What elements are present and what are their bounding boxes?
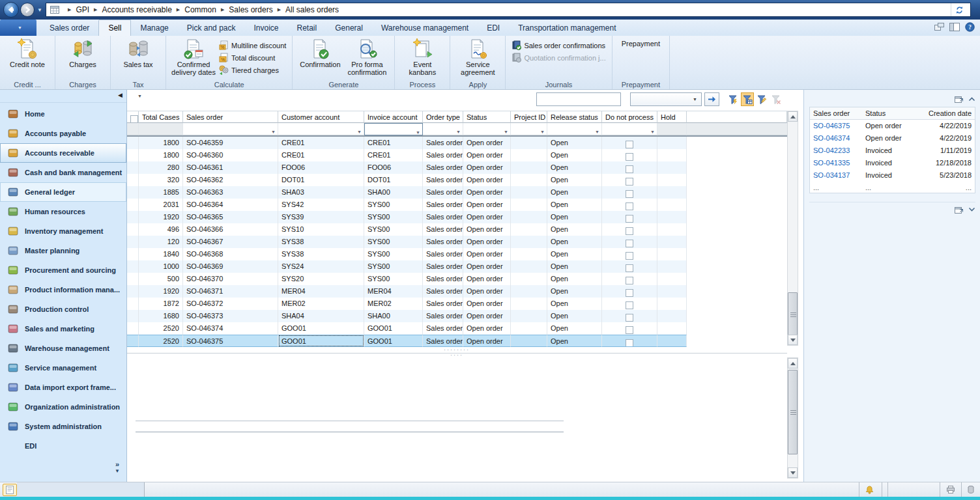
release-status-cell[interactable]: Open	[547, 199, 602, 211]
filter-dropdown-icon[interactable]: ▼	[357, 126, 362, 135]
row-select-cell[interactable]	[127, 310, 139, 322]
ribbon-button-confirmation[interactable]: Confirmation	[296, 38, 343, 68]
release-status-cell[interactable]: Open	[547, 211, 602, 223]
do-not-process-checkbox[interactable]	[626, 215, 633, 223]
column-header-total-cases[interactable]: Total Cases	[139, 111, 183, 123]
sidebar-item-edi[interactable]: EDI	[0, 436, 126, 456]
total-cases-cell[interactable]: 1840	[139, 248, 183, 260]
sales-order-row[interactable]: 1840SO-046368SYS38SYS00Sales orderOpen o…	[127, 248, 787, 260]
tab-sell[interactable]: Sell	[98, 20, 131, 36]
total-cases-cell[interactable]: 1800	[139, 137, 183, 149]
customer-account-cell[interactable]: SYS38	[278, 248, 364, 260]
release-status-cell[interactable]: Open	[547, 161, 602, 174]
invoice-account-cell[interactable]: SHA00	[364, 310, 423, 322]
sales-order-cell[interactable]: SO-046363	[183, 186, 278, 199]
status-cell[interactable]: Open order	[463, 248, 511, 260]
do-not-process-cell[interactable]	[602, 335, 657, 347]
forward-button[interactable]	[20, 3, 35, 17]
sales-order-row[interactable]: 1920SO-046371MER04MER04Sales orderOpen o…	[127, 285, 787, 298]
status-cell[interactable]: Open order	[463, 236, 511, 248]
sales-order-link[interactable]: SO-046375	[810, 120, 862, 132]
related-information-header[interactable]	[809, 202, 975, 215]
total-cases-cell[interactable]: 2520	[139, 335, 183, 347]
column-header-release-status[interactable]: Release status	[547, 111, 602, 123]
ribbon-button-sales-order-confirmations[interactable]: Sales order confirmations	[510, 39, 607, 51]
invoice-account-cell[interactable]: SHA00	[364, 186, 423, 199]
scroll-up-button[interactable]	[788, 111, 798, 122]
sales-order-cell[interactable]: SO-046375	[183, 335, 278, 347]
invoice-account-cell[interactable]: SYS00	[364, 236, 423, 248]
total-cases-cell[interactable]: 2031	[139, 199, 183, 211]
do-not-process-cell[interactable]	[602, 310, 657, 322]
sidebar-item-organization-administration[interactable]: Organization administration	[0, 397, 126, 417]
row-select-cell[interactable]	[127, 236, 139, 248]
row-select-cell[interactable]	[127, 186, 139, 199]
release-status-cell[interactable]: Open	[547, 186, 602, 199]
project-id-cell[interactable]	[511, 211, 547, 223]
do-not-process-checkbox[interactable]	[626, 301, 633, 309]
tab-general[interactable]: General	[326, 20, 372, 36]
invoice-account-cell[interactable]: SYS00	[364, 199, 423, 211]
hold-cell[interactable]	[657, 223, 687, 236]
row-select-cell[interactable]	[127, 199, 139, 211]
latest-order-row[interactable]: SO-046374Open order4/22/2019	[810, 132, 975, 145]
expand-factbox-icon[interactable]	[968, 207, 975, 212]
release-status-cell[interactable]: Open	[547, 174, 602, 186]
project-id-cell[interactable]	[511, 248, 547, 260]
project-id-cell[interactable]	[511, 285, 547, 298]
sales-order-link[interactable]: SO-034137	[810, 169, 862, 182]
refresh-button[interactable]	[951, 3, 968, 16]
release-status-cell[interactable]: Open	[547, 322, 602, 335]
filter-cell-order-type[interactable]: ▼	[423, 123, 463, 135]
release-status-cell[interactable]: Open	[547, 260, 602, 273]
latest-order-row[interactable]: SO-034137Invoiced5/23/2018	[810, 169, 975, 182]
order-type-cell[interactable]: Sales order	[423, 174, 463, 186]
ribbon-button-quotation-confirmation-j...[interactable]: Quotation confirmation j...	[510, 51, 607, 64]
sidebar-item-product-information-mana-[interactable]: Product information mana...	[0, 280, 126, 299]
project-id-cell[interactable]	[511, 273, 547, 285]
sales-order-link[interactable]: SO-046374	[810, 132, 862, 145]
row-select-cell[interactable]	[127, 161, 139, 174]
do-not-process-cell[interactable]	[602, 273, 657, 285]
filter-cell-status[interactable]: ▼	[463, 123, 511, 135]
project-id-cell[interactable]	[511, 322, 547, 335]
do-not-process-checkbox[interactable]	[626, 165, 633, 173]
filter-cell-invoice-account[interactable]: ▼	[364, 123, 423, 135]
invoice-account-cell[interactable]: GOO01	[364, 335, 423, 347]
customer-account-cell[interactable]: SYS38	[278, 236, 364, 248]
print-button[interactable]	[940, 482, 961, 497]
factbox-column-sales-order[interactable]: Sales order	[810, 107, 862, 119]
filter-cell-customer-account[interactable]: ▼	[278, 123, 364, 135]
hold-cell[interactable]	[657, 310, 687, 322]
project-id-cell[interactable]	[511, 223, 547, 236]
customer-account-cell[interactable]: SHA04	[278, 310, 364, 322]
order-type-cell[interactable]: Sales order	[423, 211, 463, 223]
filter-cell-sales-order[interactable]: ▼	[183, 123, 278, 135]
do-not-process-checkbox[interactable]	[626, 178, 633, 186]
ribbon-button-tiered-charges[interactable]: Tiered charges	[217, 64, 288, 76]
row-select-cell[interactable]	[127, 149, 139, 161]
sidebar-item-general-ledger[interactable]: General ledger	[0, 182, 126, 202]
total-cases-cell[interactable]: 500	[139, 273, 183, 285]
column-header-select[interactable]	[127, 111, 139, 123]
total-cases-cell[interactable]: 1800	[139, 149, 183, 161]
advanced-filter-button[interactable]	[755, 92, 768, 106]
total-cases-cell[interactable]: 1920	[139, 285, 183, 298]
do-not-process-checkbox[interactable]	[626, 339, 633, 347]
latest-order-row[interactable]: SO-046375Open order4/22/2019	[810, 120, 975, 132]
sales-order-row[interactable]: 2520SO-046375GOO01GOO01Sales orderOpen o…	[127, 335, 787, 347]
sales-order-row[interactable]: 500SO-046370SYS20SYS00Sales orderOpen or…	[127, 273, 787, 285]
ribbon-button-charges[interactable]: Charges	[59, 38, 106, 68]
status-cell[interactable]: Open order	[463, 149, 511, 161]
filter-dropdown-icon[interactable]: ▼	[416, 127, 420, 135]
breadcrumb-item[interactable]: Common	[184, 5, 216, 14]
project-id-cell[interactable]	[511, 236, 547, 248]
breadcrumb-item[interactable]: Sales orders	[229, 5, 272, 14]
sales-order-cell[interactable]: SO-046365	[183, 211, 278, 223]
project-id-cell[interactable]	[511, 149, 547, 161]
sales-order-cell[interactable]: SO-046361	[183, 161, 278, 174]
do-not-process-cell[interactable]	[602, 260, 657, 273]
grid-scrollbar[interactable]	[787, 111, 798, 346]
total-cases-cell[interactable]: 496	[139, 223, 183, 236]
order-type-cell[interactable]: Sales order	[423, 137, 463, 149]
